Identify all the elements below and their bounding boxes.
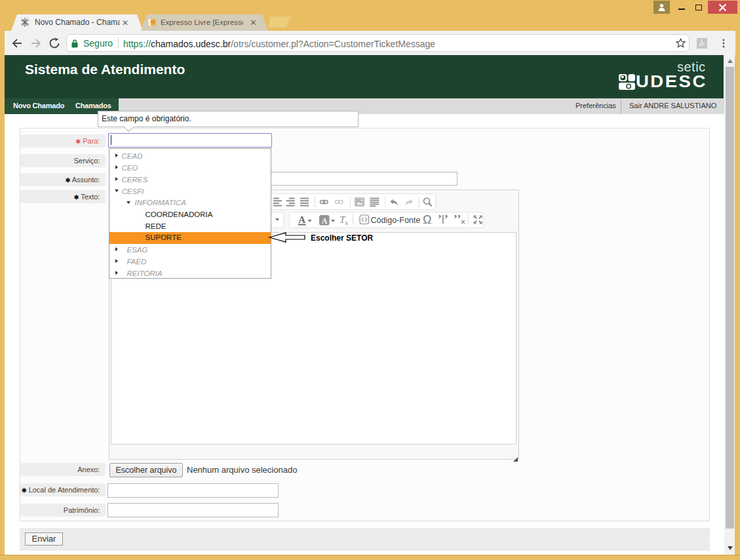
svg-text:✕: ✕ xyxy=(461,218,466,226)
svg-text:Ω: Ω xyxy=(423,213,431,226)
svg-text:’: ’ xyxy=(438,213,442,225)
svg-text:x: x xyxy=(345,220,349,226)
svg-text:A: A xyxy=(322,216,328,226)
svg-text:’: ’ xyxy=(444,213,448,225)
svg-text:A: A xyxy=(298,214,306,225)
svg-text:Código-Fonte: Código-Fonte xyxy=(371,216,421,225)
